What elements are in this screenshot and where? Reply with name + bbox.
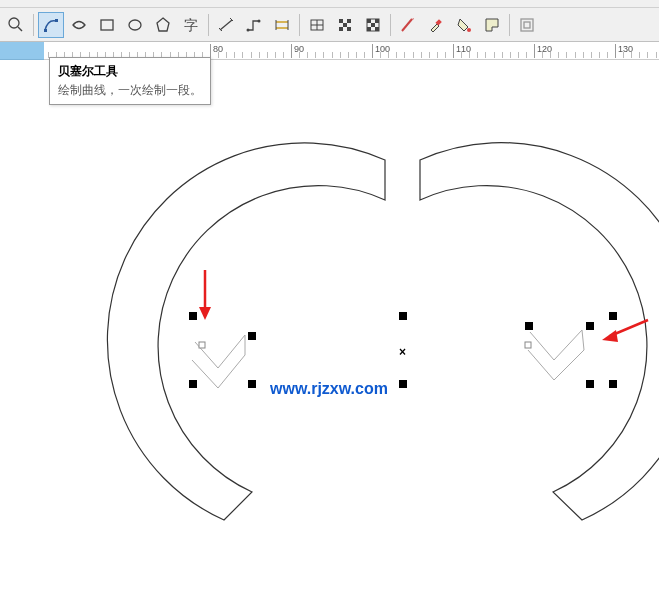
svg-rect-29 — [367, 27, 371, 31]
separator — [509, 14, 510, 36]
selection-handle[interactable] — [609, 380, 617, 388]
svg-rect-35 — [524, 22, 530, 28]
bitmap-pattern-tool[interactable] — [332, 12, 358, 38]
selection-handle[interactable] — [189, 380, 197, 388]
rectangle-tool[interactable] — [94, 12, 120, 38]
ruler-tick: 90 — [291, 44, 304, 58]
svg-marker-39 — [199, 307, 211, 320]
tooltip-title: 贝塞尔工具 — [58, 63, 202, 80]
svg-marker-6 — [157, 18, 169, 31]
selection-handle[interactable] — [586, 322, 594, 330]
separator — [390, 14, 391, 36]
svg-rect-36 — [199, 342, 205, 348]
connector-tool[interactable] — [241, 12, 267, 38]
selection-center: × — [399, 345, 406, 359]
ruler-tick: 80 — [210, 44, 223, 58]
annotation-arrow-left — [195, 265, 225, 325]
artistic-media-tool[interactable] — [66, 12, 92, 38]
parallel-dim-tool[interactable] — [269, 12, 295, 38]
svg-rect-23 — [339, 27, 343, 31]
svg-point-33 — [467, 28, 471, 32]
svg-line-1 — [18, 27, 22, 31]
selection-handle[interactable] — [248, 332, 256, 340]
powerclip-tool[interactable] — [514, 12, 540, 38]
svg-rect-34 — [521, 19, 533, 31]
polygon-tool[interactable] — [150, 12, 176, 38]
annotation-arrow-right — [598, 310, 658, 350]
svg-point-0 — [9, 18, 19, 28]
selection-handle[interactable] — [399, 380, 407, 388]
selection-handle[interactable] — [525, 322, 533, 330]
svg-rect-26 — [367, 19, 371, 23]
tooltip-desc: 绘制曲线，一次绘制一段。 — [58, 82, 202, 99]
svg-line-8 — [220, 20, 232, 30]
separator — [33, 14, 34, 36]
svg-rect-30 — [375, 27, 379, 31]
svg-point-5 — [129, 20, 141, 30]
eyedropper-tool[interactable] — [423, 12, 449, 38]
selection-handle[interactable] — [399, 312, 407, 320]
dimension-tool[interactable] — [213, 12, 239, 38]
ruler-active-region — [0, 42, 44, 60]
drawing-canvas[interactable]: × — [0, 60, 659, 596]
svg-point-11 — [247, 28, 250, 31]
zoom-tool[interactable] — [3, 12, 29, 38]
svg-rect-28 — [371, 23, 375, 27]
bezier-tool[interactable] — [38, 12, 64, 38]
svg-rect-37 — [525, 342, 531, 348]
interactive-fill-tool[interactable] — [451, 12, 477, 38]
transparency-tool[interactable] — [395, 12, 421, 38]
svg-rect-22 — [343, 23, 347, 27]
bitmap-pattern2-tool[interactable] — [360, 12, 386, 38]
svg-marker-41 — [602, 330, 618, 342]
separator — [208, 14, 209, 36]
outline-tool[interactable] — [479, 12, 505, 38]
svg-rect-24 — [347, 27, 351, 31]
table-tool[interactable] — [304, 12, 330, 38]
selection-handle[interactable] — [586, 380, 594, 388]
selection-handle[interactable] — [248, 380, 256, 388]
text-tool[interactable]: 字 — [178, 12, 204, 38]
svg-text:字: 字 — [184, 18, 198, 33]
ellipse-tool[interactable] — [122, 12, 148, 38]
main-toolbar: 字 — [0, 8, 659, 42]
svg-rect-3 — [55, 19, 58, 22]
svg-rect-2 — [44, 29, 47, 32]
svg-rect-21 — [347, 19, 351, 23]
svg-rect-4 — [101, 20, 113, 30]
svg-rect-27 — [375, 19, 379, 23]
svg-line-31 — [402, 19, 412, 31]
svg-rect-20 — [339, 19, 343, 23]
watermark-text: www.rjzxw.com — [270, 380, 388, 398]
separator — [299, 14, 300, 36]
svg-point-12 — [258, 19, 261, 22]
property-bar — [0, 0, 659, 8]
ring-shape[interactable] — [0, 60, 659, 596]
bezier-tooltip: 贝塞尔工具 绘制曲线，一次绘制一段。 — [49, 57, 211, 105]
